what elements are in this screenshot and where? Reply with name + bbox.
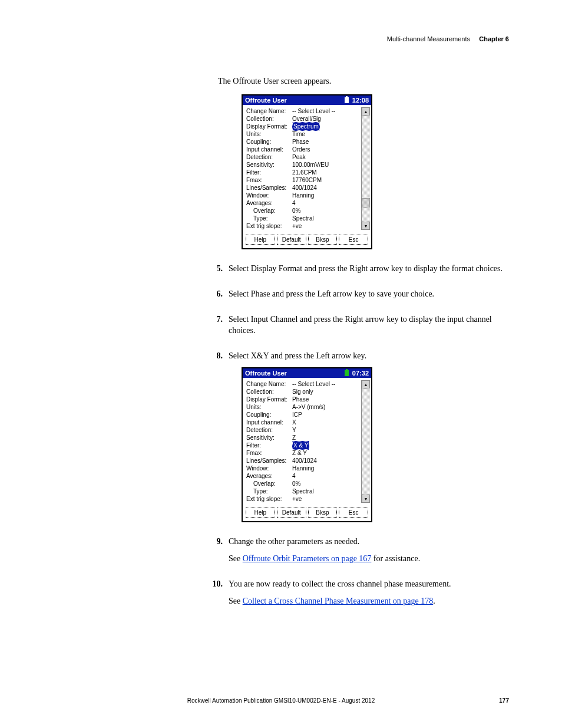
lbl-display-format: Display Format: bbox=[246, 123, 292, 130]
step-number: 8. bbox=[211, 351, 223, 362]
field-labels: Change Name: Collection: Display Format:… bbox=[246, 107, 292, 230]
link-offroute-orbit-params[interactable]: Offroute Orbit Parameters on page 167 bbox=[243, 554, 372, 563]
scroll-down-icon[interactable]: ▼ bbox=[362, 495, 370, 503]
clock: 07:32 bbox=[352, 370, 369, 377]
lbl-averages: Averages: bbox=[246, 199, 292, 207]
scroll-down-icon[interactable]: ▼ bbox=[362, 222, 370, 230]
lbl-window: Window: bbox=[246, 465, 292, 472]
lbl-type: Type: bbox=[246, 487, 292, 495]
opt-phase[interactable]: Phase bbox=[292, 138, 361, 146]
step-9: Change the other parameters as needed. bbox=[229, 536, 513, 548]
field-values: -- Select Level -- Overall/Sig Spectrum … bbox=[292, 107, 361, 230]
offroute-screenshot-2: Offroute User 07:32 Change Name: Collect… bbox=[242, 367, 372, 522]
step-8: Select X&Y and press the Left arrow key. bbox=[229, 351, 513, 362]
step-5: Select Display Format and press the Righ… bbox=[229, 263, 513, 275]
lbl-display-format: Display Format: bbox=[246, 396, 292, 403]
chapter-label: Chapter 6 bbox=[479, 35, 509, 42]
val-type[interactable]: Spectral bbox=[292, 215, 361, 222]
lbl-detection: Detection: bbox=[246, 426, 292, 434]
val-change-name[interactable]: -- Select Level -- bbox=[292, 380, 361, 388]
esc-button[interactable]: Esc bbox=[339, 235, 368, 245]
page-header: Multi-channel Measurements Chapter 6 bbox=[387, 35, 509, 42]
val-fmax[interactable]: 17760CPM bbox=[292, 176, 361, 184]
val-ext-trig[interactable]: +ve bbox=[292, 495, 361, 503]
offroute-screenshot-1: Offroute User 12:08 Change Name: Collect… bbox=[242, 94, 372, 249]
lbl-fmax: Fmax: bbox=[246, 449, 292, 457]
field-labels: Change Name: Collection: Display Format:… bbox=[246, 380, 292, 503]
val-lines-samples[interactable]: 400/1024 bbox=[292, 457, 361, 465]
val-overlap[interactable]: 0% bbox=[292, 480, 361, 487]
bksp-button[interactable]: Bksp bbox=[308, 235, 338, 245]
val-input-selected[interactable]: X & Y bbox=[292, 441, 309, 450]
val-display-format-selected[interactable]: Spectrum bbox=[292, 122, 320, 131]
opt-z-and-y[interactable]: Z & Y bbox=[292, 449, 361, 457]
val-display-format[interactable]: Phase bbox=[292, 396, 361, 403]
lbl-coupling: Coupling: bbox=[246, 411, 292, 419]
step-6: Select Phase and press the Left arrow ke… bbox=[229, 289, 513, 300]
text: . bbox=[433, 597, 435, 605]
val-type[interactable]: Spectral bbox=[292, 487, 361, 495]
scrollbar[interactable]: ▲ ▼ bbox=[361, 380, 370, 503]
val-window[interactable]: Hanning bbox=[292, 192, 361, 199]
val-filter[interactable]: 21.6CPM bbox=[292, 169, 361, 176]
opt-y[interactable]: Y bbox=[292, 426, 361, 434]
lbl-units: Units: bbox=[246, 403, 292, 411]
lbl-ext-trig: Ext trig slope: bbox=[246, 222, 292, 230]
scroll-thumb[interactable] bbox=[362, 198, 370, 207]
opt-time[interactable]: Time bbox=[292, 130, 361, 138]
val-ext-trig[interactable]: +ve bbox=[292, 222, 361, 230]
lbl-detection: Detection: bbox=[246, 153, 292, 161]
scroll-up-icon[interactable]: ▲ bbox=[362, 107, 370, 116]
val-sensitivity[interactable]: 100.00mV/EU bbox=[292, 161, 361, 169]
val-coupling[interactable]: ICP bbox=[292, 411, 361, 419]
lbl-lines-samples: Lines/Samples: bbox=[246, 184, 292, 192]
esc-button[interactable]: Esc bbox=[339, 508, 368, 518]
lbl-sensitivity: Sensitivity: bbox=[246, 434, 292, 442]
lbl-filter: Filter: bbox=[246, 442, 292, 449]
lbl-units: Units: bbox=[246, 130, 292, 138]
step-number: 7. bbox=[211, 314, 223, 337]
default-button[interactable]: Default bbox=[277, 508, 306, 518]
link-collect-cross-channel[interactable]: Collect a Cross Channel Phase Measuremen… bbox=[243, 597, 433, 605]
field-values: -- Select Level -- Sig only Phase A->V (… bbox=[292, 380, 361, 503]
titlebar: Offroute User 12:08 bbox=[243, 95, 371, 105]
step-10: You are now ready to collect the cross c… bbox=[229, 579, 513, 590]
section-title: Multi-channel Measurements bbox=[387, 35, 470, 42]
publication-info: Rockwell Automation Publication GMSI10-U… bbox=[0, 697, 562, 704]
battery-icon bbox=[345, 97, 349, 103]
lbl-sensitivity: Sensitivity: bbox=[246, 161, 292, 169]
val-detection[interactable]: Peak bbox=[292, 153, 361, 161]
val-change-name[interactable]: -- Select Level -- bbox=[292, 107, 361, 115]
bksp-button[interactable]: Bksp bbox=[308, 508, 338, 518]
step-number: 9. bbox=[211, 536, 223, 565]
lbl-collection: Collection: bbox=[246, 388, 292, 396]
step-7: Select Input Channel and press the Right… bbox=[229, 314, 513, 337]
titlebar: Offroute User 07:32 bbox=[243, 368, 371, 378]
window-title: Offroute User bbox=[245, 97, 287, 104]
lbl-collection: Collection: bbox=[246, 115, 292, 123]
battery-icon bbox=[345, 370, 349, 376]
val-window[interactable]: Hanning bbox=[292, 465, 361, 472]
step-10-sub: See Collect a Cross Channel Phase Measur… bbox=[229, 596, 513, 607]
help-button[interactable]: Help bbox=[246, 235, 275, 245]
help-button[interactable]: Help bbox=[246, 508, 275, 518]
val-units[interactable]: A->V (mm/s) bbox=[292, 403, 361, 411]
lbl-lines-samples: Lines/Samples: bbox=[246, 457, 292, 465]
scrollbar[interactable]: ▲ ▼ bbox=[361, 107, 370, 230]
lbl-overlap: Overlap: bbox=[246, 480, 292, 487]
val-overlap[interactable]: 0% bbox=[292, 207, 361, 215]
scroll-up-icon[interactable]: ▲ bbox=[362, 380, 370, 388]
default-button[interactable]: Default bbox=[277, 235, 306, 245]
opt-orders[interactable]: Orders bbox=[292, 146, 361, 153]
lbl-coupling: Coupling: bbox=[246, 138, 292, 146]
lbl-change-name: Change Name: bbox=[246, 380, 292, 388]
text: See bbox=[229, 597, 243, 605]
lbl-overlap: Overlap: bbox=[246, 207, 292, 215]
lbl-window: Window: bbox=[246, 192, 292, 199]
window-title: Offroute User bbox=[245, 370, 287, 377]
val-lines-samples[interactable]: 400/1024 bbox=[292, 184, 361, 192]
val-collection[interactable]: Sig only bbox=[292, 388, 361, 396]
val-averages[interactable]: 4 bbox=[292, 199, 361, 207]
opt-x[interactable]: X bbox=[292, 419, 361, 426]
val-averages[interactable]: 4 bbox=[292, 472, 361, 480]
